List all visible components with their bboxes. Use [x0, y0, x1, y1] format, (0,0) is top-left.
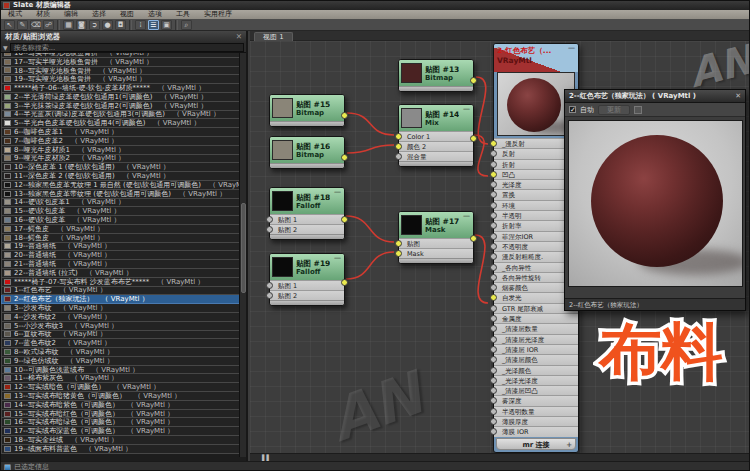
browser-item[interactable]: 17--写实绒布深蓝色（可调颜色）（ VRayMtl ） [1, 427, 241, 436]
output-connector-dot[interactable] [341, 112, 348, 119]
connection-wire[interactable] [474, 135, 488, 176]
output-connector-dot[interactable] [470, 235, 477, 242]
map-node-falloff[interactable]: 贴图 #18Falloff—贴图 1贴图 2 [269, 187, 345, 240]
browser-item[interactable]: 18--鳄鱼皮（ VRayMtl ） [1, 234, 241, 243]
browser-item[interactable]: 10--深色皮革 1 (硬包\软包通用)（ VRayMtl ） [1, 163, 241, 172]
window-titlebar[interactable]: Slate 材质编辑器 [1, 1, 750, 10]
input-connector-dot[interactable] [266, 226, 273, 233]
input-connector-dot[interactable] [266, 282, 273, 289]
connection-wire[interactable] [475, 235, 488, 303]
input-connector-dot[interactable] [490, 377, 497, 384]
connection-wire[interactable] [346, 216, 394, 242]
browser-item[interactable]: 9--绿色仿绒纹（ VRayMtl ） [1, 357, 241, 366]
material-slot-半透明数量[interactable]: 半透明数量 [494, 406, 578, 416]
input-connector-dot[interactable] [490, 191, 497, 198]
auto-checkbox[interactable]: ✓ [569, 106, 576, 113]
input-connector-dot[interactable] [395, 133, 402, 140]
pan-lock-icon[interactable]: ▌▌ [262, 454, 271, 461]
browser-item[interactable]: 6--咖啡色皮革1（ VRayMtl ） [1, 128, 241, 137]
show-map-button-icon[interactable]: ● [102, 20, 113, 30]
material-slot-_清漆层凹凸[interactable]: _清漆层凹凸 [494, 385, 578, 395]
browser-item[interactable]: 19--写实哑光地板鱼骨拼（ VRayMtl ） [1, 75, 241, 84]
node-slot[interactable]: 贴图 2 [270, 290, 344, 300]
browser-item[interactable]: 10--可调颜色浅蓝绒布（ VRayMtl ） [1, 366, 241, 375]
pick-material-tool-icon[interactable]: ☍ [43, 20, 54, 30]
browser-item[interactable]: 4--沙发布纹2（ VRayMtl ） [1, 313, 241, 322]
browser-item[interactable]: 16--硬\软包皮革（ VRayMtl ） [1, 216, 241, 225]
input-connector-dot[interactable] [490, 397, 497, 404]
map-node-bitmap[interactable]: 贴图 #15Bitmap [269, 94, 345, 127]
menu-实用程序[interactable]: 实用程序 [197, 10, 239, 19]
connection-wire[interactable] [346, 252, 394, 279]
eraser-tool-icon[interactable]: ⌫ [30, 20, 41, 30]
node-slot[interactable]: Mask [399, 248, 473, 258]
material-slot-_清漆层IOR[interactable]: _清漆层 IOR [494, 344, 578, 354]
input-connector-dot[interactable] [490, 428, 497, 435]
browser-item[interactable]: 1--红色布艺（ VRayMtl ） [1, 287, 241, 296]
input-connector-dot[interactable] [266, 292, 273, 299]
pencil-tool-icon[interactable]: ✎ [17, 20, 28, 30]
input-connector-dot[interactable] [490, 284, 497, 291]
menu-选项[interactable]: 选项 [141, 10, 169, 19]
material-node-footer[interactable]: mr 连接 + [496, 438, 576, 450]
browser-item[interactable]: 13--写实绒布暗猪黄色（可调颜色）（ VRayMtl ） [1, 392, 241, 401]
browser-item[interactable]: 16--写实绒布暗绿色（可调颜色）（ VRayMtl ） [1, 418, 241, 427]
tab-view1[interactable]: 视图 1 [254, 32, 293, 41]
browser-close-icon[interactable]: ✕ [236, 31, 242, 42]
map-node-bitmap[interactable]: 贴图 #16Bitmap [269, 136, 345, 169]
input-connector-dot[interactable] [490, 264, 497, 271]
collapse-icon[interactable]: — [334, 189, 341, 196]
collapse-icon[interactable]: — [334, 255, 341, 262]
input-connector-dot[interactable] [490, 274, 497, 281]
input-connector-dot[interactable] [490, 150, 497, 157]
browser-item[interactable]: 5--小沙发布纹3（ VRayMtl ） [1, 322, 241, 331]
input-connector-dot[interactable] [490, 222, 497, 229]
input-connector-dot[interactable] [490, 367, 497, 374]
input-connector-dot[interactable] [395, 250, 402, 257]
material-slot-_清漆层光泽度[interactable]: _清漆层光泽度 [494, 334, 578, 344]
browser-item[interactable]: *****椅子-06--墙纸-硬-软包-皮革材质*****（ VRayMtl ） [1, 84, 241, 93]
menu-选择[interactable]: 选择 [85, 10, 113, 19]
material-slot-_光泽颜色[interactable]: _光泽颜色 [494, 365, 578, 375]
material-slot-_光泽光泽度[interactable]: _光泽光泽度 [494, 375, 578, 385]
material-preview-button-icon[interactable]: ▣ [161, 20, 172, 30]
browser-item[interactable]: 7--咖啡色皮革2（ VRayMtl ） [1, 137, 241, 146]
map-node-mix[interactable]: 贴图 #14Mix—Color 1颜色 2混合量 [398, 104, 474, 167]
browser-item[interactable]: 3--沙发布纹（ VRayMtl ） [1, 304, 241, 313]
move-children-button-icon[interactable]: ➲ [89, 20, 100, 30]
node-slot[interactable]: 颜色 2 [399, 141, 473, 151]
menu-模式[interactable]: 模式 [1, 10, 29, 19]
render-options-icon[interactable] [634, 106, 642, 114]
select-tool-icon[interactable]: ↖ [4, 20, 15, 30]
browser-item[interactable]: 18--写实金丝绒（ VRayMtl ） [1, 436, 241, 445]
material-node-header[interactable]: 2-红色布艺（... VRayMtl — [494, 44, 578, 72]
layout-all-button-icon[interactable]: ☰ [148, 20, 159, 30]
material-preview-window[interactable]: 2--红色布艺（独家玩法） ( VRayMtl ) ✕ ✓ 自动 更新 2--红… [564, 89, 746, 311]
browser-item[interactable]: 19--普通墙纸（ VRayMtl ） [1, 243, 241, 252]
input-connector-dot[interactable] [395, 153, 402, 160]
browser-item[interactable]: 7--蓝色布纹2（ VRayMtl ） [1, 339, 241, 348]
browser-item[interactable]: 12--写实绒暗色（可调颜色）（ VRayMtl ） [1, 383, 241, 392]
connection-wire[interactable] [347, 145, 394, 153]
browser-item[interactable]: *****椅子-07-写实布料 沙发蓝布布艺*****（ VRayMtl ） [1, 278, 241, 287]
browser-item[interactable]: 13--独家黑色皮革带纹理 (硬包\软包通用可调颜色)（ VRayMtl ） [1, 190, 241, 199]
menu-视图[interactable]: 视图 [113, 10, 141, 19]
delete-button-icon[interactable]: ◙ [76, 20, 87, 30]
input-connector-dot[interactable] [490, 294, 497, 301]
node-slot[interactable]: 贴图 [399, 238, 473, 248]
input-connector-dot[interactable] [490, 171, 497, 178]
browser-item[interactable]: 17--鳄鱼皮（ VRayMtl ） [1, 225, 241, 234]
chevron-down-icon[interactable]: ▼ [3, 44, 8, 51]
browser-item[interactable]: 6--直纹布纹（ VRayMtl ） [1, 331, 241, 340]
output-connector-dot[interactable] [470, 135, 477, 142]
output-connector-dot[interactable] [341, 279, 348, 286]
collapse-icon[interactable]: — [463, 106, 470, 113]
browser-item[interactable]: 20--普通墙纸（ VRayMtl ） [1, 251, 241, 260]
zoom-tool-icon[interactable]: ⌕ [181, 20, 192, 30]
browser-item[interactable]: 17--写实半哑光地板鱼骨拼（ VRayMtl ） [1, 58, 241, 67]
menu-材质[interactable]: 材质 [29, 10, 57, 19]
browser-item[interactable]: 2--红色布艺（独家玩法）（ VRayMtl ） [1, 295, 241, 304]
expand-plus-icon[interactable]: + [566, 439, 572, 451]
output-connector-dot[interactable] [470, 77, 477, 84]
menu-工具[interactable]: 工具 [169, 10, 197, 19]
